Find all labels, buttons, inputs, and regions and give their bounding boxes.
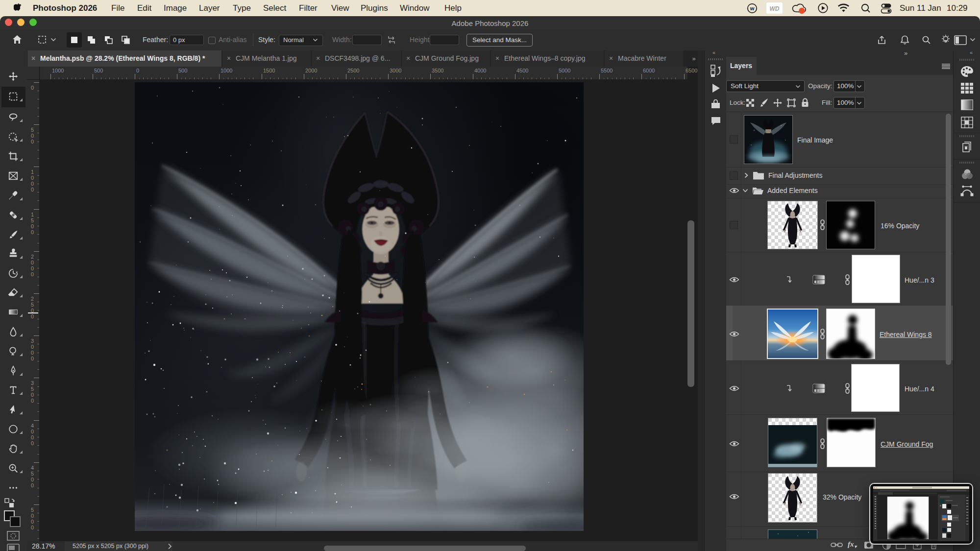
svg-text:w: w bbox=[750, 5, 755, 11]
svg-text:WD: WD bbox=[770, 5, 780, 12]
